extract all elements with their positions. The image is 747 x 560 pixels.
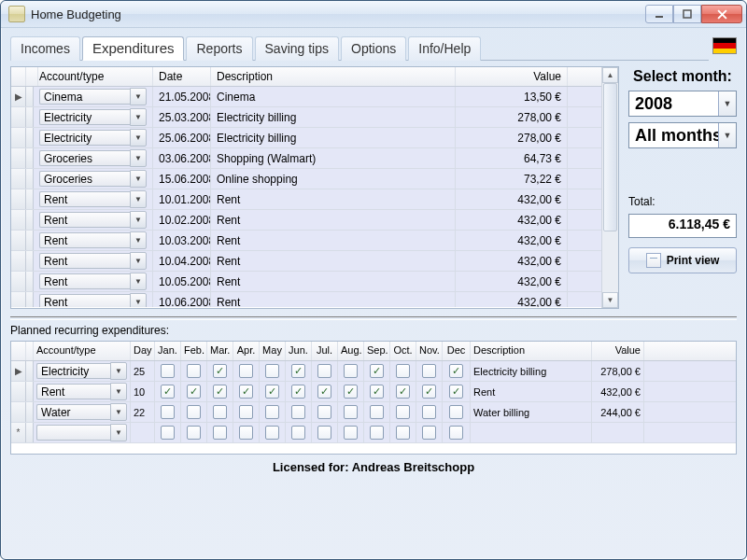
value-header[interactable]: Value [456, 67, 568, 86]
description-cell[interactable]: Shopping (Walmart) [211, 148, 456, 168]
chevron-down-icon[interactable]: ▼ [130, 190, 147, 208]
table-row[interactable]: Rent▼10.01.2008Rent432,00 € [11, 189, 601, 210]
month-checkbox-cell[interactable] [260, 423, 286, 442]
scroll-down-button[interactable]: ▼ [602, 292, 618, 308]
scroll-up-button[interactable]: ▲ [602, 67, 618, 83]
date-cell[interactable]: 15.06.2008 [153, 169, 211, 189]
chevron-down-icon[interactable]: ▼ [130, 149, 147, 167]
month-checkbox[interactable] [370, 385, 384, 399]
description-cell[interactable]: Rent [211, 210, 456, 230]
month-checkbox[interactable] [317, 364, 331, 378]
month-checkbox-cell[interactable] [286, 361, 312, 381]
month-checkbox-cell[interactable] [233, 382, 260, 401]
month-checkbox-cell[interactable] [364, 423, 390, 442]
recurring-grid[interactable]: Account/typeDayJan.Feb.Mar.Apr.MayJun.Ju… [10, 341, 737, 455]
year-dropdown-icon[interactable]: ▼ [718, 91, 736, 116]
account-combo[interactable]: Rent▼ [39, 211, 147, 229]
account-combo[interactable]: Groceries▼ [39, 149, 147, 167]
month-header-jun[interactable]: Jun. [286, 342, 312, 360]
account-cell[interactable]: Electricity▼ [34, 107, 153, 127]
month-checkbox-cell[interactable] [338, 423, 364, 442]
account-combo[interactable]: Electricity▼ [39, 129, 147, 147]
month-checkbox[interactable] [187, 385, 201, 399]
month-checkbox-cell[interactable] [155, 402, 181, 422]
month-checkbox[interactable] [161, 405, 175, 419]
month-checkbox[interactable] [422, 426, 436, 440]
description-cell[interactable]: Cinema [211, 87, 456, 106]
month-checkbox[interactable] [291, 364, 305, 378]
account-combo[interactable]: Rent▼ [39, 231, 147, 249]
description-cell[interactable]: Electricity billing [471, 361, 592, 381]
tab-incomes[interactable]: Incomes [10, 36, 80, 61]
description-header[interactable]: Description [211, 67, 456, 86]
month-checkbox[interactable] [265, 426, 279, 440]
date-cell[interactable]: 03.06.2008 [153, 148, 211, 168]
month-header-jul[interactable]: Jul. [312, 342, 338, 360]
month-checkbox[interactable] [422, 405, 436, 419]
value-cell[interactable]: 278,00 € [456, 128, 568, 147]
month-checkbox-cell[interactable] [233, 361, 260, 381]
chevron-down-icon[interactable]: ▼ [130, 108, 147, 126]
month-checkbox-cell[interactable] [286, 382, 312, 401]
date-cell[interactable]: 10.02.2008 [153, 210, 211, 230]
account-cell[interactable]: Rent▼ [34, 210, 153, 230]
table-row[interactable]: Electricity▼25.06.2008Electricity billin… [11, 128, 601, 148]
chevron-down-icon[interactable]: ▼ [130, 88, 147, 105]
month-checkbox-cell[interactable] [312, 402, 338, 422]
month-checkbox[interactable] [317, 385, 331, 399]
month-checkbox[interactable] [265, 385, 279, 399]
month-checkbox[interactable] [317, 426, 331, 440]
day-cell[interactable]: 22 [131, 402, 155, 422]
month-checkbox[interactable] [344, 405, 358, 419]
account-cell[interactable]: Rent▼ [34, 272, 153, 291]
value-cell[interactable]: 244,00 € [592, 402, 644, 422]
account-cell[interactable]: ▼ [34, 423, 131, 442]
value-cell[interactable]: 432,00 € [456, 272, 568, 291]
month-checkbox-cell[interactable] [155, 382, 181, 401]
minimize-button[interactable] [645, 5, 673, 23]
description-cell[interactable]: Electricity billing [211, 128, 456, 147]
month-header-nov[interactable]: Nov. [416, 342, 443, 360]
account-cell[interactable]: Rent▼ [34, 189, 153, 209]
value-cell[interactable]: 64,73 € [456, 148, 568, 168]
description-cell[interactable]: Rent [471, 382, 592, 401]
scroll-track[interactable] [602, 83, 618, 292]
month-checkbox-cell[interactable] [207, 402, 233, 422]
tab-expenditures[interactable]: Expenditures [82, 36, 185, 61]
month-checkbox-cell[interactable] [443, 423, 471, 442]
month-checkbox[interactable] [370, 364, 384, 378]
day-header[interactable]: Day [131, 342, 155, 360]
account-combo[interactable]: ▼ [36, 424, 127, 441]
value-cell[interactable]: 432,00 € [456, 292, 568, 307]
table-row[interactable]: Rent▼10.04.2008Rent432,00 € [11, 251, 601, 272]
value-cell[interactable]: 432,00 € [456, 231, 568, 250]
month-checkbox[interactable] [161, 426, 175, 440]
month-checkbox[interactable] [449, 364, 463, 378]
month-checkbox[interactable] [187, 426, 201, 440]
account-cell[interactable]: Cinema▼ [34, 87, 153, 106]
month-checkbox[interactable] [213, 405, 227, 419]
value-cell[interactable]: 13,50 € [456, 87, 568, 106]
month-checkbox[interactable] [265, 405, 279, 419]
month-checkbox-cell[interactable] [260, 361, 286, 381]
account-cell[interactable]: Rent▼ [34, 251, 153, 271]
month-selector[interactable]: All months ▼ [628, 122, 737, 148]
month-checkbox-cell[interactable] [207, 361, 233, 381]
month-checkbox-cell[interactable] [233, 423, 260, 442]
month-checkbox-cell[interactable] [286, 402, 312, 422]
description-cell[interactable] [471, 423, 592, 442]
month-checkbox[interactable] [344, 364, 358, 378]
month-checkbox-cell[interactable] [312, 361, 338, 381]
tab-info-help[interactable]: Info/Help [408, 36, 481, 61]
month-checkbox[interactable] [449, 405, 463, 419]
table-row[interactable]: *▼ [11, 423, 736, 443]
account-cell[interactable]: Rent▼ [34, 382, 131, 401]
month-checkbox[interactable] [239, 426, 253, 440]
account-combo[interactable]: Cinema▼ [39, 88, 147, 105]
value-cell[interactable]: 278,00 € [456, 107, 568, 127]
month-checkbox[interactable] [317, 405, 331, 419]
month-checkbox-cell[interactable] [260, 382, 286, 401]
month-checkbox-cell[interactable] [181, 382, 207, 401]
month-header-feb[interactable]: Feb. [181, 342, 207, 360]
month-checkbox-cell[interactable] [181, 361, 207, 381]
